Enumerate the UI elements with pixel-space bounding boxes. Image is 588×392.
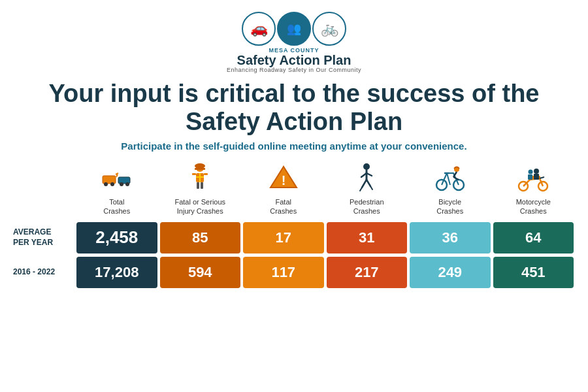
total-fatal: 117: [243, 257, 324, 288]
label-fatal: FatalCrashes: [270, 197, 297, 216]
row-avg-label: AVERAGEPER YEAR: [13, 222, 75, 253]
svg-point-10: [195, 163, 205, 169]
label-motorcycle: MotorcycleCrashes: [516, 197, 551, 216]
page: 🚗 👥 🚲 Mesa County Safety Action Plan Enh…: [0, 0, 588, 392]
total-crashes-icon: [101, 161, 133, 195]
avg-fatal-serious: 85: [160, 222, 241, 253]
row-total-label: 2016 - 2022: [13, 257, 75, 288]
svg-rect-0: [103, 176, 116, 184]
pedestrian-icon: [350, 161, 383, 195]
svg-rect-17: [197, 182, 199, 189]
main-headline: Your input is critical to the success of…: [13, 80, 575, 135]
avg-motorcycle: 64: [493, 222, 574, 253]
svg-point-2: [104, 182, 108, 186]
total-total: 17,208: [76, 257, 157, 288]
logo-area: 🚗 👥 🚲 Mesa County Safety Action Plan Enh…: [227, 12, 361, 73]
total-fatal-serious: 594: [160, 257, 241, 288]
corner-cell: [13, 161, 75, 219]
svg-line-25: [362, 180, 367, 188]
logo-icon-3: 🚲: [312, 12, 346, 46]
logo-icons: 🚗 👥 🚲: [242, 12, 346, 46]
icon-cell-fatal-serious: Fatal or SeriousInjury Crashes: [159, 161, 242, 219]
sub-headline: Participate in the self-guided online me…: [121, 140, 466, 152]
svg-point-42: [529, 170, 533, 174]
svg-rect-15: [192, 173, 196, 175]
logo-icon-1: 🚗: [242, 12, 276, 46]
svg-line-28: [370, 186, 372, 189]
svg-rect-43: [528, 174, 532, 180]
svg-rect-41: [534, 174, 539, 180]
bicycle-icon: [434, 161, 466, 195]
total-motorcycle: 451: [493, 257, 574, 288]
label-pedestrian: PedestrianCrashes: [350, 197, 384, 216]
stats-section: TotalCrashes: [13, 161, 575, 288]
avg-fatal: 17: [243, 222, 324, 253]
total-bicycle: 249: [410, 257, 491, 288]
svg-point-40: [534, 169, 539, 174]
svg-line-26: [367, 180, 370, 186]
svg-rect-11: [195, 168, 205, 170]
label-fatal-serious: Fatal or SeriousInjury Crashes: [174, 197, 225, 216]
fatal-icon: !: [267, 161, 300, 195]
icon-cell-pedestrian: PedestrianCrashes: [325, 161, 409, 219]
svg-text:!: !: [281, 173, 286, 188]
logo-title: Safety Action Plan: [237, 54, 351, 67]
icon-cell-fatal: ! FatalCrashes: [242, 161, 325, 219]
icon-cell-total: TotalCrashes: [75, 161, 159, 219]
avg-bicycle: 36: [410, 222, 491, 253]
svg-rect-16: [204, 173, 208, 175]
svg-point-4: [120, 182, 123, 186]
fatal-serious-icon: [184, 161, 216, 195]
avg-pedestrian: 31: [327, 222, 408, 253]
icon-cell-motorcycle: MotorcycleCrashes: [492, 161, 576, 219]
svg-point-5: [125, 182, 129, 186]
total-pedestrian: 217: [327, 257, 408, 288]
icon-cell-bicycle: BicycleCrashes: [408, 161, 492, 219]
svg-line-27: [360, 188, 362, 191]
avg-total: 2,458: [76, 222, 157, 253]
svg-line-39: [540, 177, 544, 178]
motorcycle-icon: [517, 161, 549, 195]
label-bicycle: BicycleCrashes: [436, 197, 463, 216]
label-total: TotalCrashes: [103, 197, 130, 216]
svg-point-3: [110, 182, 114, 186]
svg-rect-18: [201, 182, 203, 189]
logo-icon-2: 👥: [277, 12, 311, 46]
stats-grid: TotalCrashes: [13, 161, 575, 288]
logo-subtitle: Enhancing Roadway Safety in Our Communit…: [227, 67, 361, 73]
